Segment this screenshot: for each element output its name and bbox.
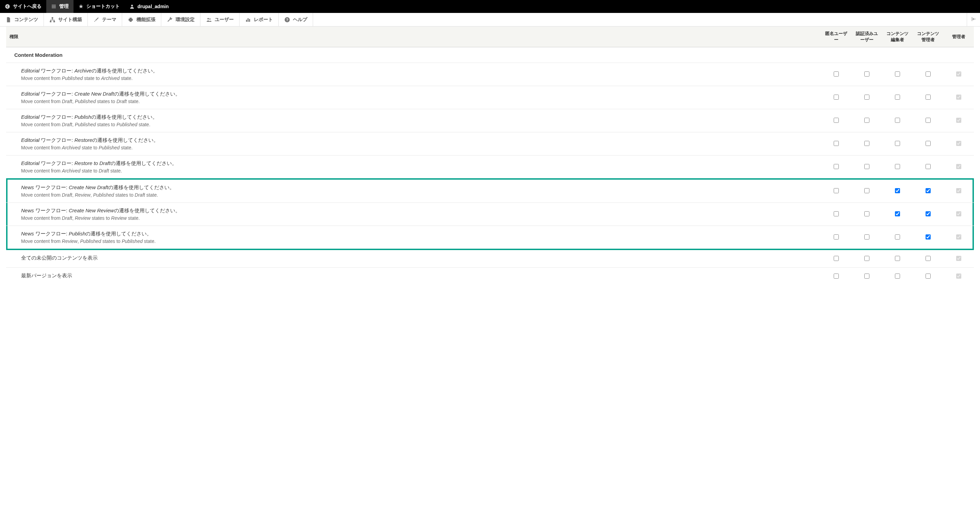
permission-checkbox[interactable]	[834, 72, 839, 76]
svg-rect-8	[248, 18, 249, 22]
permission-checkbox[interactable]	[834, 95, 839, 100]
permission-checkbox[interactable]	[864, 164, 869, 169]
permission-checkbox[interactable]	[834, 188, 839, 193]
role-checkbox-cell	[821, 63, 851, 86]
permission-checkbox[interactable]	[926, 188, 931, 193]
permission-checkbox[interactable]	[926, 72, 931, 76]
permission-description: Move content from Archived state to Draf…	[21, 168, 817, 174]
permission-checkbox[interactable]	[895, 118, 900, 123]
permission-checkbox[interactable]	[864, 118, 869, 123]
permission-checkbox[interactable]	[864, 234, 869, 239]
permission-checkbox[interactable]	[926, 211, 931, 216]
header-content-admin: コンテンツ管理者	[913, 27, 943, 47]
wrench-icon	[167, 17, 173, 23]
permission-checkbox[interactable]	[895, 72, 900, 76]
permission-checkbox[interactable]	[864, 95, 869, 100]
admin-config-label: 環境設定	[176, 17, 195, 23]
permission-label-cell: Editorial ワークフロー: Publishの遷移を使用してください。Mo…	[6, 109, 821, 132]
role-checkbox-cell	[943, 86, 974, 109]
star-icon	[78, 4, 84, 9]
permission-checkbox[interactable]	[895, 141, 900, 146]
permission-checkbox[interactable]	[834, 274, 839, 279]
role-checkbox-cell	[943, 179, 974, 203]
admin-reports-link[interactable]: レポート	[240, 13, 279, 26]
admin-structure-link[interactable]: サイト構築	[44, 13, 88, 26]
role-checkbox-cell	[851, 109, 882, 132]
permission-checkbox[interactable]	[926, 95, 931, 100]
toolbar-collapse-button[interactable]	[967, 13, 980, 26]
permissions-content: 権限 匿名ユーザー 認証済みユーザー コンテンツ編集者 コンテンツ管理者 管理者…	[0, 27, 980, 292]
admin-people-link[interactable]: ユーザー	[200, 13, 240, 26]
role-checkbox-cell	[882, 86, 913, 109]
collapse-icon	[970, 16, 977, 23]
permission-checkbox[interactable]	[895, 164, 900, 169]
permission-checkbox[interactable]	[895, 256, 900, 261]
header-content-editor: コンテンツ編集者	[882, 27, 913, 47]
permission-checkbox[interactable]	[895, 188, 900, 193]
shortcuts-link[interactable]: ショートカット	[73, 0, 124, 13]
svg-point-5	[208, 18, 209, 19]
admin-extend-link[interactable]: 機能拡張	[122, 13, 161, 26]
permission-description: Move content from Draft, Review, Publish…	[21, 192, 817, 197]
role-checkbox-cell	[913, 249, 943, 268]
permission-checkbox[interactable]	[864, 72, 869, 76]
permission-checkbox[interactable]	[926, 256, 931, 261]
permission-checkbox[interactable]	[926, 274, 931, 279]
permission-checkbox[interactable]	[926, 164, 931, 169]
permission-checkbox[interactable]	[864, 256, 869, 261]
permission-checkbox[interactable]	[895, 95, 900, 100]
permission-title: News ワークフロー: Create New Draftの遷移を使用してくださ…	[21, 185, 817, 191]
role-checkbox-cell	[913, 132, 943, 156]
permission-checkbox[interactable]	[895, 234, 900, 239]
user-link[interactable]: drupal_admin	[124, 0, 173, 13]
permission-checkbox	[956, 141, 961, 146]
permission-checkbox[interactable]	[834, 256, 839, 261]
admin-reports-label: レポート	[254, 17, 273, 23]
role-checkbox-cell	[882, 63, 913, 86]
header-administrator: 管理者	[943, 27, 974, 47]
section-heading: Content Moderation	[6, 47, 974, 63]
permissions-table: 権限 匿名ユーザー 認証済みユーザー コンテンツ編集者 コンテンツ管理者 管理者…	[6, 27, 974, 285]
permission-checkbox[interactable]	[864, 211, 869, 216]
chart-icon	[245, 17, 251, 23]
permission-row: News ワークフロー: Create New Reviewの遷移を使用してくだ…	[6, 203, 974, 226]
permission-checkbox[interactable]	[895, 274, 900, 279]
manage-link[interactable]: 管理	[46, 0, 73, 13]
admin-help-label: ヘルプ	[293, 17, 307, 23]
permission-checkbox[interactable]	[834, 164, 839, 169]
svg-rect-7	[246, 20, 247, 22]
svg-rect-3	[50, 21, 52, 22]
permission-checkbox[interactable]	[834, 141, 839, 146]
permission-checkbox[interactable]	[834, 118, 839, 123]
permission-checkbox[interactable]	[834, 234, 839, 239]
permission-checkbox	[956, 256, 961, 261]
permission-checkbox	[956, 274, 961, 279]
admin-help-link[interactable]: ? ヘルプ	[279, 13, 313, 26]
permission-row: Editorial ワークフロー: Restoreの遷移を使用してください。Mo…	[6, 132, 974, 156]
permission-checkbox[interactable]	[834, 211, 839, 216]
permission-label-cell: Editorial ワークフロー: Create New Draftの遷移を使用…	[6, 86, 821, 109]
permission-checkbox[interactable]	[926, 234, 931, 239]
permission-label-cell: 全ての未公開のコンテンツを表示	[6, 249, 821, 268]
permission-checkbox[interactable]	[926, 118, 931, 123]
admin-content-link[interactable]: コンテンツ	[0, 13, 44, 26]
role-checkbox-cell	[821, 132, 851, 156]
back-to-site-link[interactable]: サイトへ戻る	[0, 0, 46, 13]
permission-checkbox[interactable]	[926, 141, 931, 146]
svg-point-0	[5, 4, 10, 8]
admin-extend-label: 機能拡張	[137, 17, 156, 23]
svg-rect-9	[249, 19, 250, 21]
permission-title: Editorial ワークフロー: Publishの遷移を使用してください。	[21, 114, 817, 121]
admin-people-label: ユーザー	[215, 17, 234, 23]
permission-checkbox	[956, 211, 961, 216]
role-checkbox-cell	[821, 109, 851, 132]
admin-config-link[interactable]: 環境設定	[161, 13, 200, 26]
permission-checkbox[interactable]	[864, 141, 869, 146]
permission-row: Editorial ワークフロー: Restore to Draftの遷移を使用…	[6, 156, 974, 179]
permission-description: Move content from Review, Published stat…	[21, 239, 817, 244]
permission-checkbox[interactable]	[864, 188, 869, 193]
permission-description: Move content from Draft, Review states t…	[21, 215, 817, 221]
permission-checkbox[interactable]	[864, 274, 869, 279]
permission-checkbox[interactable]	[895, 211, 900, 216]
admin-appearance-link[interactable]: テーマ	[88, 13, 122, 26]
